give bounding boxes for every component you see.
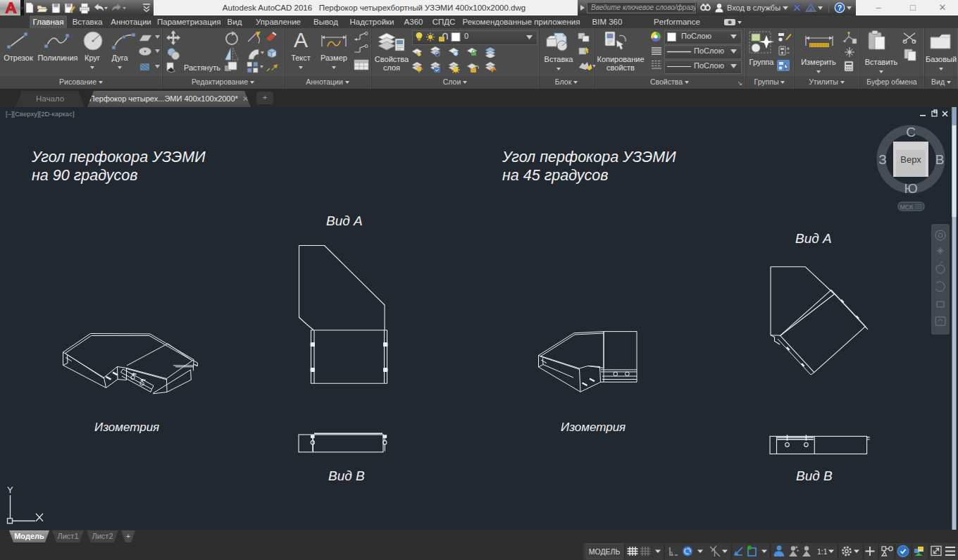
svg-text:Изометрия: Изометрия — [94, 421, 159, 434]
svg-text:Вид A: Вид A — [795, 231, 832, 246]
svg-text:Угол перфокора УЗЭМИ: Угол перфокора УЗЭМИ — [502, 149, 676, 166]
svg-text:Ю: Ю — [904, 181, 917, 196]
svg-text:1:1: 1:1 — [817, 547, 828, 556]
svg-text:на 90 градусов: на 90 градусов — [32, 167, 138, 184]
svg-text:МОДЕЛЬ: МОДЕЛЬ — [589, 547, 621, 556]
svg-text:С: С — [906, 125, 916, 139]
svg-text:Изометрия: Изометрия — [561, 421, 626, 434]
svg-text:Вид B: Вид B — [328, 468, 365, 483]
svg-text:В: В — [935, 152, 945, 167]
svg-text:Вид A: Вид A — [326, 213, 363, 228]
svg-text:Вид B: Вид B — [796, 468, 833, 483]
svg-text:МСК: МСК — [900, 204, 914, 211]
svg-text:Угол перфокора УЗЭМИ: Угол перфокора УЗЭМИ — [31, 149, 206, 166]
svg-text:Верх: Верх — [900, 154, 921, 165]
svg-text:Y: Y — [7, 485, 13, 495]
svg-text:[–][Сверху][2D-каркас]: [–][Сверху][2D-каркас] — [6, 110, 75, 118]
svg-text:на 45 градусов: на 45 градусов — [502, 167, 609, 184]
svg-text:?: ? — [838, 4, 842, 12]
svg-text:З: З — [878, 152, 886, 167]
